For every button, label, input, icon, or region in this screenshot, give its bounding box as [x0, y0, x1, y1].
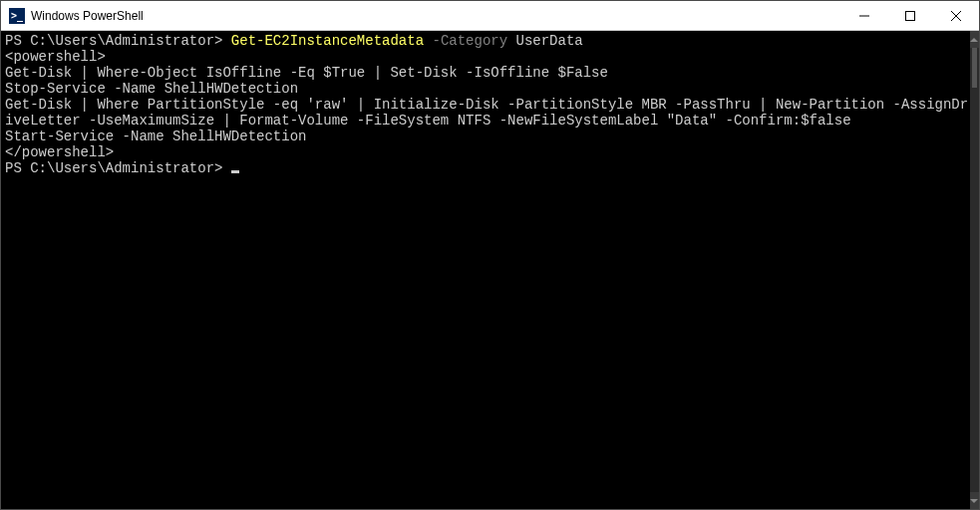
maximize-icon — [905, 11, 915, 21]
output-line: Get-Disk | Where PartitionStyle -eq 'raw… — [5, 97, 968, 128]
prompt: PS C:\Users\Administrator> — [5, 33, 231, 49]
powershell-window: >_ Windows PowerShell PS C:\Users\Admini… — [0, 0, 980, 510]
scroll-down-button[interactable] — [970, 492, 979, 509]
scrollbar-thumb[interactable] — [972, 48, 977, 88]
output-line: </powershell> — [5, 144, 114, 160]
chevron-down-icon — [970, 497, 978, 505]
output-line: Get-Disk | Where-Object IsOffline -Eq $T… — [5, 65, 608, 81]
cursor — [231, 170, 239, 173]
minimize-button[interactable] — [841, 1, 887, 31]
vertical-scrollbar[interactable] — [970, 31, 979, 509]
command-param: -Category — [424, 33, 507, 49]
output-line: Start-Service -Name ShellHWDetection — [5, 128, 306, 144]
chevron-up-icon — [970, 36, 978, 44]
minimize-icon — [859, 11, 869, 21]
scroll-up-button[interactable] — [970, 31, 979, 48]
maximize-button[interactable] — [887, 1, 933, 31]
window-title: Windows PowerShell — [31, 9, 144, 23]
close-button[interactable] — [933, 1, 979, 31]
command-name: Get-EC2InstanceMetadata — [231, 33, 424, 49]
terminal-output[interactable]: PS C:\Users\Administrator> Get-EC2Instan… — [1, 31, 970, 509]
output-line: <powershell> — [5, 49, 106, 65]
output-line: Stop-Service -Name ShellHWDetection — [5, 81, 298, 97]
window-content: PS C:\Users\Administrator> Get-EC2Instan… — [1, 31, 979, 509]
svg-rect-0 — [906, 11, 915, 20]
close-icon — [951, 11, 961, 21]
powershell-icon-glyph: >_ — [11, 10, 23, 21]
titlebar[interactable]: >_ Windows PowerShell — [1, 1, 979, 31]
scrollbar-track[interactable] — [970, 48, 979, 492]
command-arg: UserData — [507, 33, 583, 49]
prompt: PS C:\Users\Administrator> — [5, 160, 231, 176]
powershell-icon: >_ — [9, 8, 25, 24]
